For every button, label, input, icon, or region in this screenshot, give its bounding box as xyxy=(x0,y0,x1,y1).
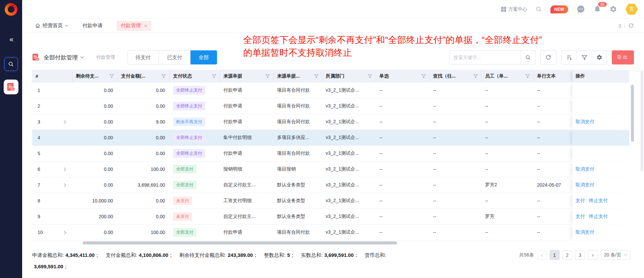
page-scrollbar[interactable] xyxy=(641,71,643,171)
column-header-status: 支付状态 xyxy=(170,70,220,83)
global-search-icon[interactable] xyxy=(535,6,542,13)
cell-status: 未支付 xyxy=(170,193,220,209)
tab-payment-manage[interactable]: 付款管理 × xyxy=(117,21,151,31)
search-icon xyxy=(8,61,14,67)
table-row[interactable]: 70.003,698,691.00全部支付自定义付款主...默认业务类型v3_2… xyxy=(32,177,629,193)
action-link[interactable]: 终止支付 xyxy=(589,198,608,204)
column-label: 剩余待支... xyxy=(76,73,99,79)
expand-row-icon[interactable] xyxy=(63,230,66,235)
refresh-table-button[interactable] xyxy=(540,50,556,64)
row-number: 3 xyxy=(38,119,40,125)
pagination: 共56条 ‹ 123 › 20 条/页 xyxy=(519,250,631,260)
column-filter-icon[interactable] xyxy=(525,74,530,79)
action-link[interactable]: 取消支付 xyxy=(576,119,594,125)
column-header-dept: 所属部门 xyxy=(322,70,376,83)
annotation-line2: 的单据暂时不支持取消终止 xyxy=(243,46,542,59)
refresh-tabs-icon[interactable] xyxy=(628,23,634,29)
column-filter-icon[interactable] xyxy=(314,74,319,79)
column-filter-icon[interactable] xyxy=(109,74,114,79)
cell-status: 全部终止支付 xyxy=(170,98,220,114)
table-row[interactable]: 10.000.00全部终止支付付款申请项目有合同付款v3_2_1测试企...--… xyxy=(32,83,629,98)
prev-page-button[interactable]: ‹ xyxy=(537,250,547,260)
expand-row-icon[interactable] xyxy=(63,183,66,187)
column-filter-icon[interactable] xyxy=(161,74,166,79)
cell-source: 报销明细 xyxy=(220,161,274,177)
cell-dept: v3_2_1测试企... xyxy=(322,146,376,161)
view-selector[interactable]: 全部付款管理 xyxy=(44,54,84,61)
column-filter-icon[interactable] xyxy=(265,74,270,79)
summary-separator: ； xyxy=(354,252,359,258)
sidebar-collapse-icon[interactable]: « xyxy=(9,35,13,44)
table-row[interactable]: 60.00100.00全部支付报销明细项目报销v3_2_1测试企...-----… xyxy=(32,161,629,177)
page-size-select[interactable]: 20 条/页 xyxy=(601,250,631,260)
next-page-button[interactable]: › xyxy=(588,250,598,260)
cell-source: 付款申请 xyxy=(220,98,274,114)
horizontal-scrollbar[interactable] xyxy=(83,241,397,244)
segment-button[interactable]: 待支付 xyxy=(127,50,159,64)
tab-business-home[interactable]: 经营首页 xyxy=(35,22,68,29)
cell-num: 9 xyxy=(32,209,72,225)
vertical-scrollbar[interactable] xyxy=(631,85,634,142)
notifications-button[interactable]: 93 xyxy=(593,5,601,14)
cell-text: -- xyxy=(534,161,572,177)
table-row[interactable]: 100.00100.00全部支付付款申请项目有合同付款v3_2_1测试企...-… xyxy=(32,225,629,240)
table-row[interactable]: 40.000.00全部终止支付集中付款明细多项目多供应...v3_2_1测试企.… xyxy=(32,130,629,146)
column-filter-icon[interactable] xyxy=(368,74,372,79)
segment-button[interactable]: 全部 xyxy=(191,50,217,64)
table-row[interactable]: 50.000.00全部终止支付付款申请项目有合同付款v3_2_1测试企...--… xyxy=(32,146,629,161)
sidebar-search-button[interactable] xyxy=(4,57,18,71)
column-label: 支付状态 xyxy=(173,73,192,79)
cell-actions: 取消支付 xyxy=(572,225,629,240)
cell-radio: -- xyxy=(376,161,430,177)
page-button[interactable]: 1 xyxy=(550,250,559,260)
cell-remaining: 0.00 xyxy=(72,114,118,130)
cell-lookup: -- xyxy=(430,193,482,209)
action-link[interactable]: 终止支付 xyxy=(589,214,608,220)
summary-totals: 申请金额总和:4,345,411.00；支付金额总和:4,100,806.00；… xyxy=(32,249,425,272)
sidebar-payment-app-button[interactable]: ¥ xyxy=(4,80,18,94)
tab-payment-manage-label: 付款管理 xyxy=(121,22,141,29)
cell-remaining: 0.00 xyxy=(72,98,118,114)
sort-button[interactable] xyxy=(561,51,577,64)
cell-source: 付款申请 xyxy=(220,114,274,130)
page-button[interactable]: 3 xyxy=(575,250,585,260)
export-button[interactable]: 导出 xyxy=(612,50,634,64)
message-icon[interactable] xyxy=(576,5,585,14)
cell-remaining: 0.00 xyxy=(72,161,118,177)
action-link[interactable]: 取消支付 xyxy=(576,166,594,172)
settings-gear-icon[interactable] xyxy=(609,5,617,13)
tab-payment-request[interactable]: 付款申请 xyxy=(83,22,103,29)
expand-row-icon[interactable] xyxy=(63,167,66,172)
segment-button[interactable]: 已支付 xyxy=(159,50,191,64)
summary-separator: ； xyxy=(290,252,295,258)
filter-button[interactable] xyxy=(577,51,592,64)
solution-center-button[interactable]: 方案中心 xyxy=(501,6,527,12)
cell-source_type: 默认业务类型 xyxy=(274,209,322,225)
payments-table: #剩余待支...支付金额(...支付状态来源单据来源单据...所属部门单选查找（… xyxy=(32,70,634,245)
action-link[interactable]: 取消支付 xyxy=(576,182,594,188)
table-row[interactable]: 9200.000.00未支付自定义付款主...默认业务类型v3_2_1测试企..… xyxy=(32,209,629,225)
column-filter-icon[interactable] xyxy=(421,74,426,79)
home-icon xyxy=(35,23,41,29)
page-button[interactable]: 2 xyxy=(562,250,572,260)
total-count-label: 共56条 xyxy=(519,252,534,258)
summary-label: 支付金额总和: xyxy=(106,252,137,258)
notification-count-badge: 93 xyxy=(597,1,607,7)
cell-lookup: -- xyxy=(430,225,482,240)
close-tab-icon[interactable]: × xyxy=(144,23,147,29)
table-tools-group xyxy=(561,50,607,64)
action-link[interactable]: 支付 xyxy=(576,198,585,204)
column-label: 单选 xyxy=(379,73,389,79)
table-row[interactable]: 810,000.000.00未支付工资支付明细默认业务类型v3_2_1测试企..… xyxy=(32,193,629,209)
cell-paid: 100.00 xyxy=(118,161,170,177)
column-filter-icon[interactable] xyxy=(212,74,216,79)
user-avatar[interactable]: 芳 xyxy=(625,4,638,15)
column-settings-button[interactable] xyxy=(592,51,607,64)
table-row[interactable]: 20.000.00全部终止支付付款申请项目有合同付款v3_2_1测试企...--… xyxy=(32,98,629,114)
expand-row-icon[interactable] xyxy=(63,120,66,124)
new-badge[interactable]: NEW xyxy=(550,5,569,13)
action-link[interactable]: 取消支付 xyxy=(576,229,594,235)
table-row[interactable]: 30.009.00剩余不再支付付款申请项目有合同付款v3_2_1测试企...--… xyxy=(32,114,629,130)
action-link[interactable]: 支付 xyxy=(576,214,585,220)
column-filter-icon[interactable] xyxy=(473,74,478,79)
